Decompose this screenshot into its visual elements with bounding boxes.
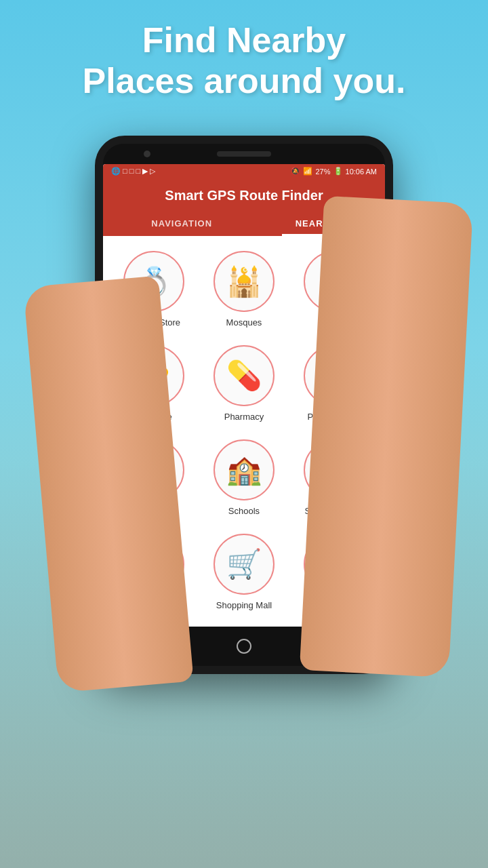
place-label-4: Pharmacy: [224, 412, 264, 423]
circle-icon: [237, 639, 251, 654]
hero-line1: Find Nearby: [0, 20, 488, 61]
speaker: [217, 151, 271, 157]
place-item-mosques[interactable]: 🕌Mosques: [199, 243, 289, 337]
place-item-pharmacy[interactable]: 💊Pharmacy: [199, 337, 289, 431]
mute-icon: 🔕: [291, 167, 300, 176]
place-label-10: Shopping Mall: [216, 600, 272, 612]
phone-wrapper: 🌐 □ □ □ ▶ ▷ 🔕 📶 27% 🔋 10:06 AM Smart GPS…: [95, 136, 393, 674]
phone-notch: [103, 144, 385, 164]
place-icon-1: 🕌: [214, 251, 274, 312]
hand-right: [300, 195, 473, 677]
place-item-schools[interactable]: 🏫Schools: [199, 431, 289, 526]
place-label-1: Mosques: [226, 317, 262, 329]
status-icons: 🌐 □ □ □ ▶ ▷: [111, 167, 155, 176]
hero-title: Find Nearby Places around you.: [0, 20, 488, 102]
status-bar: 🌐 □ □ □ ▶ ▷ 🔕 📶 27% 🔋 10:06 AM: [103, 164, 385, 178]
camera: [144, 151, 150, 157]
status-right: 🔕 📶 27% 🔋 10:06 AM: [291, 167, 377, 176]
place-icon-4: 💊: [214, 345, 274, 406]
hero-line2: Places around you.: [0, 61, 488, 102]
place-item-shopping-mall[interactable]: 🛒Shopping Mall: [199, 526, 289, 620]
battery-icon: 🔋: [333, 167, 343, 176]
battery-text: 27%: [315, 167, 330, 176]
place-label-7: Schools: [228, 506, 260, 517]
signal-bars: 📶: [303, 167, 312, 176]
clock: 10:06 AM: [346, 167, 377, 176]
home-button[interactable]: [234, 636, 254, 656]
status-left: 🌐 □ □ □ ▶ ▷: [111, 167, 155, 176]
place-icon-7: 🏫: [214, 439, 274, 500]
tab-navigation[interactable]: NAVIGATION: [138, 213, 226, 236]
place-icon-10: 🛒: [214, 534, 274, 595]
